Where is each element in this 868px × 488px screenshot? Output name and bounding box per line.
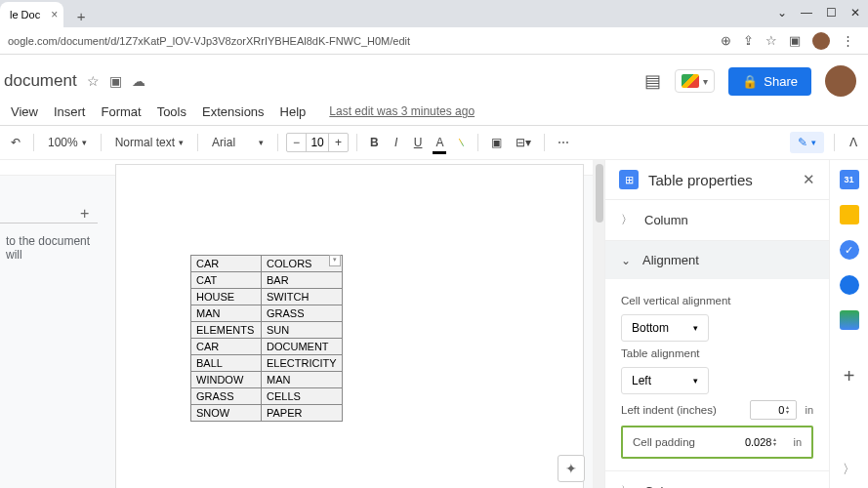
style-select[interactable]: Normal text ▾ <box>109 132 189 153</box>
menu-extensions[interactable]: Extensions <box>195 101 271 123</box>
close-window-button[interactable]: ✕ <box>850 6 860 20</box>
close-panel-button[interactable]: ✕ <box>803 171 815 188</box>
table-handle-icon[interactable]: ▾ <box>329 255 341 266</box>
font-select[interactable]: Arial ▾ <box>206 132 269 153</box>
maximize-button[interactable]: ☐ <box>826 6 837 20</box>
table-cell[interactable]: SUN <box>262 322 343 339</box>
stepper-icon[interactable]: ▴▾ <box>773 437 776 447</box>
table-row[interactable]: SNOWPAPER <box>191 405 343 422</box>
chevron-down-icon[interactable]: ⌄ <box>777 6 787 20</box>
tab-close-icon[interactable]: × <box>51 8 58 21</box>
menu-insert[interactable]: Insert <box>47 101 93 123</box>
bookmark-icon[interactable]: ☆ <box>765 33 777 48</box>
extensions-icon[interactable]: ▣ <box>789 33 801 48</box>
share-url-icon[interactable]: ⇪ <box>743 33 754 48</box>
table-row[interactable]: HOUSESWITCH <box>191 289 343 305</box>
table-cell[interactable]: PAPER <box>262 405 343 422</box>
add-addon-button[interactable]: + <box>844 365 855 387</box>
meet-button[interactable]: ▾ <box>675 69 715 93</box>
editing-mode-button[interactable]: ✎ ▾ <box>790 132 824 153</box>
share-button[interactable]: 🔒 Share <box>728 67 811 96</box>
table-cell[interactable]: WINDOW <box>191 372 262 388</box>
calendar-icon[interactable]: 31 <box>840 170 859 189</box>
text-color-button[interactable]: A <box>431 132 448 153</box>
table-row[interactable]: CARCOLORS <box>191 256 343 272</box>
scrollbar-thumb[interactable] <box>596 164 603 223</box>
maps-icon[interactable] <box>840 310 859 330</box>
profile-avatar-icon[interactable] <box>812 32 830 50</box>
table-row[interactable]: MANGRASS <box>191 305 343 322</box>
underline-button[interactable]: U <box>409 132 428 153</box>
table-cell[interactable]: CELLS <box>262 388 343 405</box>
menu-view[interactable]: View <box>4 101 45 123</box>
contacts-icon[interactable] <box>840 275 859 295</box>
last-edit-link[interactable]: Last edit was 3 minutes ago <box>322 101 481 122</box>
menu-help[interactable]: Help <box>273 101 313 123</box>
table-row[interactable]: BALLELECTRICITY <box>191 355 343 372</box>
collapse-rail-button[interactable]: 〉 <box>843 461 855 478</box>
table-cell[interactable]: SNOW <box>191 405 262 422</box>
table-row[interactable]: CATBAR <box>191 272 343 289</box>
table-cell[interactable]: BALL <box>191 355 262 372</box>
move-icon[interactable]: ▣ <box>109 73 122 89</box>
italic-button[interactable]: I <box>388 132 405 153</box>
table-cell[interactable]: MAN <box>262 372 343 388</box>
menu-format[interactable]: Format <box>94 101 147 123</box>
keep-icon[interactable] <box>840 205 859 224</box>
panel-title: Table properties <box>648 172 793 188</box>
section-color[interactable]: 〉 Color <box>605 471 829 488</box>
explore-button[interactable]: ✦ <box>558 455 585 482</box>
comments-icon[interactable]: ▤ <box>644 70 661 92</box>
document-title[interactable]: document <box>4 71 77 91</box>
tasks-icon[interactable]: ✓ <box>840 240 859 260</box>
cell-padding-input[interactable] <box>742 436 771 448</box>
table-cell[interactable]: CAR <box>191 339 262 355</box>
section-alignment[interactable]: ⌄ Alignment <box>605 241 829 279</box>
section-column[interactable]: 〉 Column <box>605 200 829 240</box>
menu-tools[interactable]: Tools <box>150 101 193 123</box>
table-row[interactable]: WINDOWMAN <box>191 372 343 388</box>
browser-menu-icon[interactable]: ⋮ <box>842 33 854 48</box>
add-outline-button[interactable]: + <box>80 205 89 223</box>
cloud-status-icon[interactable]: ☁ <box>132 73 145 89</box>
url-text[interactable]: oogle.com/document/d/1Z7xKatP_lOV-VJp3V8… <box>8 35 721 47</box>
document-page[interactable]: CARCOLORSCATBARHOUSESWITCHMANGRASSELEMEN… <box>115 164 584 488</box>
document-table[interactable]: CARCOLORSCATBARHOUSESWITCHMANGRASSELEMEN… <box>190 255 343 422</box>
table-cell[interactable]: SWITCH <box>262 289 343 305</box>
highlight-button[interactable]: / <box>452 132 470 153</box>
more-tools-button[interactable]: ⋯ <box>553 132 574 153</box>
stepper-icon[interactable]: ▴▾ <box>786 405 789 415</box>
table-cell[interactable]: HOUSE <box>191 289 262 305</box>
browser-tab[interactable]: le Doc × <box>0 2 63 27</box>
table-cell[interactable]: MAN <box>191 305 262 322</box>
font-size-input[interactable] <box>306 134 329 151</box>
bold-button[interactable]: B <box>365 132 384 153</box>
table-cell[interactable]: ELECTRICITY <box>262 355 343 372</box>
collapse-toolbar-button[interactable]: ᐱ <box>845 132 862 153</box>
table-cell[interactable]: GRASS <box>191 388 262 405</box>
minimize-button[interactable]: — <box>801 6 812 20</box>
increase-font-button[interactable]: + <box>329 134 348 151</box>
table-align-select[interactable]: Left ▾ <box>621 367 709 394</box>
star-icon[interactable]: ☆ <box>87 73 100 89</box>
zoom-select[interactable]: 100% ▾ <box>42 132 93 153</box>
table-row[interactable]: CARDOCUMENT <box>191 339 343 355</box>
align-button[interactable]: ⊟▾ <box>511 132 536 153</box>
table-cell[interactable]: GRASS <box>262 305 343 322</box>
table-cell[interactable]: ELEMENTS <box>191 322 262 339</box>
table-cell[interactable]: CAR <box>191 256 262 272</box>
table-cell[interactable]: BAR <box>262 272 343 289</box>
table-cell[interactable]: CAT <box>191 272 262 289</box>
new-tab-button[interactable]: + <box>69 4 93 27</box>
table-row[interactable]: GRASSCELLS <box>191 388 343 405</box>
left-indent-input[interactable] <box>755 404 784 416</box>
undo-button[interactable]: ↶ <box>6 132 25 153</box>
scrollbar-track[interactable] <box>593 160 604 488</box>
table-row[interactable]: ELEMENTSSUN <box>191 322 343 339</box>
insert-image-button[interactable]: ▣ <box>486 132 507 153</box>
account-avatar-icon[interactable] <box>825 65 856 97</box>
cell-vertical-select[interactable]: Bottom ▾ <box>621 314 709 342</box>
decrease-font-button[interactable]: − <box>287 134 306 151</box>
zoom-icon[interactable]: ⊕ <box>721 33 731 48</box>
table-cell[interactable]: DOCUMENT <box>262 339 343 355</box>
